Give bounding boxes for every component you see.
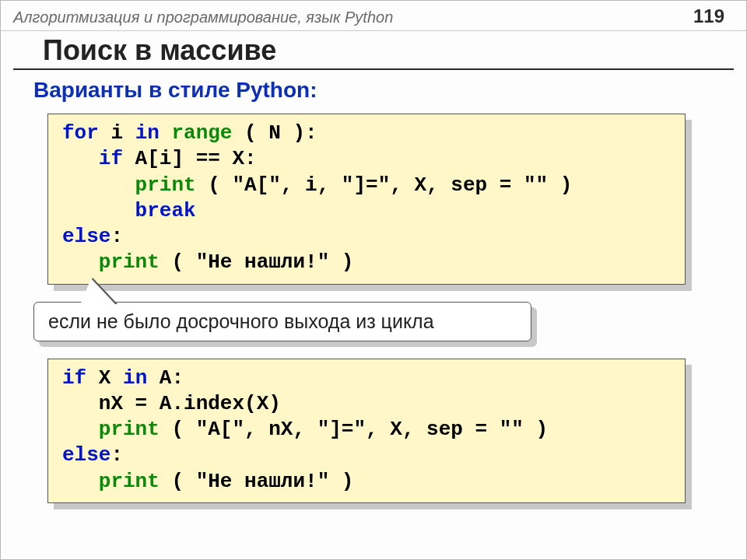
fn-range: range bbox=[171, 121, 232, 145]
slide-page: Алгоритмизация и программирование, язык … bbox=[0, 0, 747, 560]
code-block-2: if X in A: nX = A.index(X) print ( "A[",… bbox=[47, 359, 686, 503]
code-text: i bbox=[99, 121, 135, 145]
kw-in: in bbox=[135, 121, 160, 145]
top-bar: Алгоритмизация и программирование, язык … bbox=[1, 1, 746, 31]
callout-text: если не было досрочного выхода из цикла bbox=[33, 302, 531, 341]
callout-box: если не было досрочного выхода из цикла bbox=[33, 302, 531, 341]
code-content-2: if X in A: nX = A.index(X) print ( "A[",… bbox=[47, 359, 686, 503]
fn-print: print bbox=[62, 173, 196, 197]
code-text: A: bbox=[147, 366, 184, 390]
fn-print: print bbox=[62, 470, 160, 493]
kw-for: for bbox=[62, 121, 99, 145]
kw-break: break bbox=[62, 199, 196, 222]
page-number: 119 bbox=[693, 5, 724, 27]
code-text: ( "Не нашли!" ) bbox=[160, 250, 354, 274]
code-block-1: for i in range ( N ): if A[i] == X: prin… bbox=[47, 114, 686, 285]
fn-print: print bbox=[62, 418, 160, 441]
callout-tail-icon bbox=[80, 278, 116, 305]
code-text bbox=[160, 121, 172, 145]
kw-else: else bbox=[62, 225, 110, 248]
code-content-1: for i in range ( N ): if A[i] == X: prin… bbox=[47, 114, 686, 285]
kw-else: else bbox=[62, 443, 110, 467]
code-text: : bbox=[110, 225, 123, 248]
title-wrap: Поиск в массиве bbox=[13, 34, 734, 70]
breadcrumb: Алгоритмизация и программирование, язык … bbox=[13, 9, 393, 26]
code-text: ( N ): bbox=[232, 121, 317, 145]
fn-print: print bbox=[62, 250, 160, 274]
kw-in: in bbox=[123, 366, 147, 390]
kw-if: if bbox=[62, 366, 86, 390]
code-text: ( "A[", i, "]=", X, sep = "" ) bbox=[196, 173, 573, 197]
code-text: : bbox=[110, 443, 123, 467]
code-text: A[i] == X: bbox=[123, 147, 257, 170]
kw-if: if bbox=[62, 147, 123, 170]
code-text: X bbox=[86, 366, 123, 390]
code-text: ( "A[", nX, "]=", X, sep = "" ) bbox=[160, 418, 548, 441]
page-title: Поиск в массиве bbox=[43, 34, 734, 68]
subtitle: Варианты в стиле Python: bbox=[33, 78, 746, 103]
code-text: ( "Не нашли!" ) bbox=[160, 470, 354, 493]
code-text: nX = A.index(X) bbox=[62, 392, 281, 415]
